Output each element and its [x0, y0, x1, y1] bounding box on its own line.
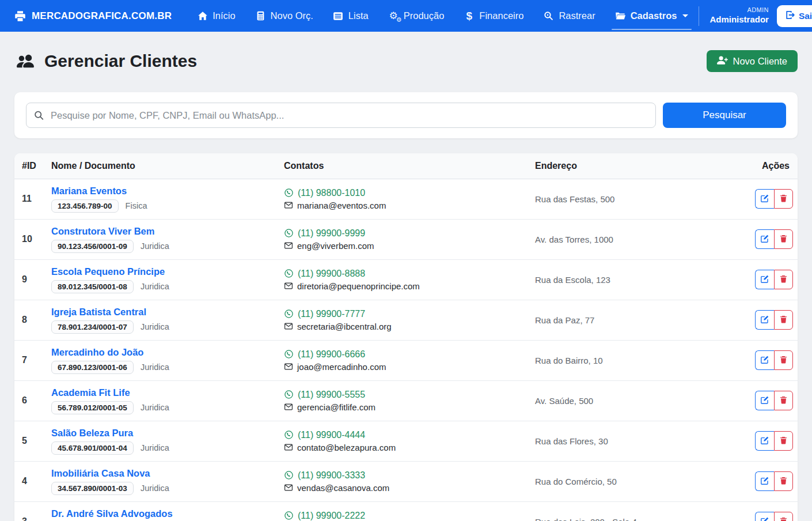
new-client-button[interactable]: Novo Cliente [707, 50, 798, 72]
email-icon [284, 483, 293, 492]
delete-client-button[interactable] [774, 310, 793, 330]
nav-item-rastrear[interactable]: Rastrear [543, 10, 595, 21]
whatsapp-icon [284, 188, 294, 198]
page-title: Gerenciar Clientes [14, 51, 197, 71]
header-name: Nome / Documento [44, 153, 277, 179]
client-name-link[interactable]: Academia Fit Life [51, 387, 130, 398]
email-icon [284, 201, 293, 210]
client-address: Rua das Leis, 200 - Sala 4 [528, 501, 731, 521]
main-nav: Início Novo Orç. Lista ⚙⚙ Produção $ Fin… [197, 10, 688, 21]
document-badge: 90.123.456/0001-09 [51, 240, 134, 253]
edit-client-button[interactable] [755, 310, 774, 330]
client-name-link[interactable]: Mercadinho do João [51, 347, 143, 358]
person-type-label: Juridica [141, 241, 169, 251]
client-name-link[interactable]: Igreja Batista Central [51, 307, 146, 318]
edit-icon [760, 234, 769, 245]
delete-client-button[interactable] [774, 391, 793, 410]
email-icon [284, 402, 293, 411]
edit-icon [760, 315, 769, 326]
client-address: Av. Saúde, 500 [528, 380, 731, 421]
delete-client-button[interactable] [774, 431, 793, 451]
document-badge: 89.012.345/0001-08 [51, 280, 134, 293]
client-address: Rua das Flores, 30 [528, 421, 731, 461]
edit-icon [760, 436, 769, 447]
delete-client-button[interactable] [774, 471, 793, 491]
email-link[interactable]: contato@belezapura.com [284, 443, 521, 452]
header-address: Endereço [528, 153, 731, 179]
trash-icon [779, 234, 788, 245]
delete-client-button[interactable] [774, 270, 793, 289]
trash-icon [779, 516, 788, 521]
email-link[interactable]: secretaria@ibcentral.org [284, 322, 521, 331]
search-input-icon [34, 111, 44, 120]
edit-client-button[interactable] [755, 391, 774, 410]
edit-client-button[interactable] [755, 229, 774, 249]
edit-client-button[interactable] [755, 471, 774, 491]
delete-client-button[interactable] [774, 189, 793, 209]
whatsapp-link[interactable]: (11) 99900-7777 [284, 309, 521, 319]
whatsapp-icon [284, 228, 294, 238]
trash-icon [779, 436, 788, 447]
edit-client-button[interactable] [755, 189, 774, 209]
table-row: 7 Mercadinho do João 67.890.123/0001-06 … [14, 340, 798, 380]
client-id: 5 [14, 421, 44, 461]
nav-item-novo-orc[interactable]: Novo Orç. [255, 10, 313, 21]
email-link[interactable]: eng@viverbem.com [284, 241, 521, 251]
search-input[interactable] [26, 103, 656, 128]
table-row: 6 Academia Fit Life 56.789.012/0001-05 J… [14, 380, 798, 421]
email-link[interactable]: joao@mercadinho.com [284, 362, 521, 372]
email-icon [284, 362, 293, 371]
whatsapp-link[interactable]: (11) 99900-8888 [284, 269, 521, 279]
nav-item-financeiro[interactable]: $ Financeiro [464, 10, 523, 21]
client-name-link[interactable]: Salão Beleza Pura [51, 428, 133, 439]
client-name-link[interactable]: Dr. André Silva Advogados [51, 508, 173, 519]
client-name-link[interactable]: Escola Pequeno Príncipe [51, 266, 165, 277]
email-link[interactable]: mariana@eventos.com [284, 201, 521, 210]
search-button[interactable]: Pesquisar [663, 103, 786, 128]
delete-client-button[interactable] [774, 350, 793, 370]
document-badge: 34.567.890/0001-03 [51, 482, 134, 495]
table-row: 9 Escola Pequeno Príncipe 89.012.345/000… [14, 259, 798, 300]
whatsapp-link[interactable]: (11) 99900-5555 [284, 390, 521, 400]
edit-client-button[interactable] [755, 512, 774, 521]
home-icon [197, 10, 208, 21]
whatsapp-link[interactable]: (11) 99900-6666 [284, 349, 521, 360]
client-name-link[interactable]: Imobiliária Casa Nova [51, 468, 150, 479]
client-name-link[interactable]: Construtora Viver Bem [51, 226, 154, 237]
delete-client-button[interactable] [774, 512, 793, 521]
brand[interactable]: MERCADOGRAFICA.COM.BR [14, 10, 172, 22]
nav-item-inicio[interactable]: Início [197, 10, 235, 21]
logout-button[interactable]: Sair [777, 5, 812, 27]
edit-client-button[interactable] [755, 431, 774, 451]
email-link[interactable]: vendas@casanova.com [284, 483, 521, 493]
document-badge: 45.678.901/0001-04 [51, 441, 134, 455]
client-address: Rua do Bairro, 10 [528, 340, 731, 380]
whatsapp-link[interactable]: (11) 99900-2222 [284, 511, 521, 521]
chevron-down-icon [682, 14, 688, 17]
client-id: 11 [14, 179, 44, 219]
edit-icon [760, 355, 769, 366]
nav-item-lista[interactable]: Lista [333, 10, 369, 21]
whatsapp-link[interactable]: (11) 99900-3333 [284, 470, 521, 481]
nav-item-cadastros[interactable]: Cadastros [615, 10, 689, 21]
edit-icon [760, 274, 769, 285]
client-name-link[interactable]: Mariana Eventos [51, 186, 127, 197]
printer-icon [14, 10, 26, 22]
client-id: 3 [14, 501, 44, 521]
whatsapp-link[interactable]: (11) 98800-1010 [284, 188, 521, 198]
edit-client-button[interactable] [755, 270, 774, 289]
edit-client-button[interactable] [755, 350, 774, 370]
whatsapp-icon [284, 390, 294, 399]
whatsapp-link[interactable]: (11) 99900-4444 [284, 430, 521, 440]
people-icon [14, 52, 36, 70]
nav-item-producao[interactable]: ⚙⚙ Produção [388, 10, 445, 21]
whatsapp-link[interactable]: (11) 99900-9999 [284, 228, 521, 239]
email-link[interactable]: gerencia@fitlife.com [284, 402, 521, 412]
client-address: Rua da Escola, 123 [528, 259, 731, 300]
delete-client-button[interactable] [774, 229, 793, 249]
email-link[interactable]: diretoria@pequenoprincipe.com [284, 281, 521, 291]
document-badge: 56.789.012/0001-05 [51, 401, 134, 414]
person-type-label: Juridica [141, 403, 169, 412]
person-type-label: Fisica [126, 201, 147, 210]
header-id: #ID [14, 153, 44, 179]
